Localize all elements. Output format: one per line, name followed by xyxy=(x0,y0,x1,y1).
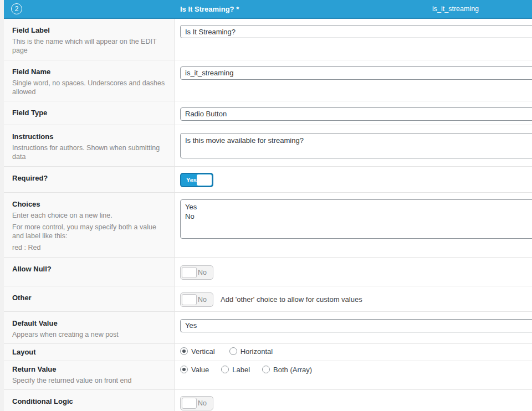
layout-cell: Layout xyxy=(4,344,175,361)
field-label-cell: Field Label This is the name which will … xyxy=(4,19,175,60)
row-description: red : Red xyxy=(12,243,168,252)
field-name-cell: Field Name Single word, no spaces. Under… xyxy=(4,60,175,101)
row-title: Conditional Logic xyxy=(12,397,168,405)
radio-label: Value xyxy=(191,366,209,374)
row-choices: Choices Enter each choice on a new line.… xyxy=(4,193,532,258)
radio-label: Both (Array) xyxy=(273,366,312,374)
choices-textarea[interactable]: Yes No xyxy=(180,199,532,239)
other-cell: Other xyxy=(4,286,175,311)
radio-selected-icon xyxy=(180,366,188,373)
field-type-cell: Field Type xyxy=(4,101,175,125)
radio-label: Horizontal xyxy=(241,347,273,356)
toggle-knob xyxy=(182,294,197,305)
conditional-logic-cell: Conditional Logic xyxy=(4,390,175,411)
row-description: Enter each choice on a new line. xyxy=(12,211,168,220)
return-option-label[interactable]: Label xyxy=(221,366,250,374)
field-name-text: is_it_streaming xyxy=(432,5,479,13)
field-type-select[interactable]: Radio Button xyxy=(180,107,532,121)
row-description: For more control, you may specify both a… xyxy=(12,223,168,241)
allow-null-cell: Allow Null? xyxy=(4,258,175,286)
toggle-off-label: No xyxy=(198,269,207,276)
row-title: Required? xyxy=(12,174,168,182)
row-other: Other No Add 'other' choice to allow for… xyxy=(4,286,532,312)
row-layout: Layout Vertical Horizontal xyxy=(4,344,532,361)
row-allow-null: Allow Null? No xyxy=(4,258,532,286)
row-title: Choices xyxy=(12,200,168,208)
required-toggle[interactable]: Yes xyxy=(180,173,213,187)
other-note: Add 'other' choice to allow for custom v… xyxy=(221,295,362,304)
field-name-input[interactable] xyxy=(180,66,532,80)
row-conditional-logic: Conditional Logic No xyxy=(4,390,532,411)
row-title: Allow Null? xyxy=(12,265,168,273)
radio-selected-icon xyxy=(180,347,188,355)
row-title: Return Value xyxy=(12,365,168,373)
default-value-cell: Default Value Appears when creating a ne… xyxy=(4,312,175,343)
toggle-on-label: Yes xyxy=(186,177,197,183)
row-description: Single word, no spaces. Underscores and … xyxy=(12,79,168,97)
layout-option-horizontal[interactable]: Horizontal xyxy=(229,347,273,356)
return-value-radio-group: Value Label Both (Array) xyxy=(180,366,532,374)
field-title: Is It Streaming? * xyxy=(180,5,239,13)
row-return-value: Return Value Specify the returned value … xyxy=(4,361,532,390)
return-option-both-array[interactable]: Both (Array) xyxy=(262,366,312,374)
row-title: Layout xyxy=(12,348,168,356)
row-description: This is the name which will appear on th… xyxy=(12,37,168,55)
allow-null-toggle[interactable]: No xyxy=(180,265,213,280)
field-order-badge: 2 xyxy=(11,3,22,14)
return-value-cell: Return Value Specify the returned value … xyxy=(4,361,175,389)
instructions-textarea[interactable]: Is this movie available for streaming? xyxy=(180,133,532,158)
row-field-name: Field Name Single word, no spaces. Under… xyxy=(4,60,532,102)
other-toggle[interactable]: No xyxy=(180,292,213,307)
toggle-knob xyxy=(182,267,197,278)
layout-radio-group: Vertical Horizontal xyxy=(180,347,532,356)
required-cell: Required? xyxy=(4,167,175,192)
field-settings-panel: 2 Is It Streaming? * is_it_streaming Fie… xyxy=(4,0,532,411)
row-title: Field Label xyxy=(12,26,168,34)
row-title: Other xyxy=(12,294,168,302)
row-default-value: Default Value Appears when creating a ne… xyxy=(4,312,532,344)
radio-unselected-icon xyxy=(229,347,237,355)
default-value-input[interactable] xyxy=(180,319,532,332)
layout-option-vertical[interactable]: Vertical xyxy=(180,347,215,356)
row-description: Appears when creating a new post xyxy=(12,330,168,339)
return-option-value[interactable]: Value xyxy=(180,366,209,374)
field-header-bar[interactable]: 2 Is It Streaming? * is_it_streaming xyxy=(4,0,532,19)
row-title: Instructions xyxy=(12,132,168,141)
row-title: Field Type xyxy=(12,109,168,117)
toggle-knob xyxy=(197,174,212,186)
row-instructions: Instructions Instructions for authors. S… xyxy=(4,125,532,167)
conditional-logic-toggle[interactable]: No xyxy=(180,396,213,410)
choices-cell: Choices Enter each choice on a new line.… xyxy=(4,193,175,257)
radio-unselected-icon xyxy=(221,366,229,373)
toggle-off-label: No xyxy=(198,399,207,407)
toggle-off-label: No xyxy=(198,296,207,304)
row-required: Required? Yes xyxy=(4,167,532,193)
radio-label: Vertical xyxy=(191,347,215,356)
row-field-label: Field Label This is the name which will … xyxy=(4,19,532,60)
row-title: Default Value xyxy=(12,319,168,327)
radio-unselected-icon xyxy=(262,366,270,373)
row-field-type: Field Type Radio Button xyxy=(4,101,532,125)
row-description: Instructions for authors. Shown when sub… xyxy=(12,143,168,162)
field-label-input[interactable] xyxy=(180,25,532,38)
row-title: Field Name xyxy=(12,68,168,76)
instructions-cell: Instructions Instructions for authors. S… xyxy=(4,125,175,166)
radio-label: Label xyxy=(232,366,250,374)
toggle-knob xyxy=(182,398,197,409)
row-description: Specify the returned value on front end xyxy=(12,376,168,385)
